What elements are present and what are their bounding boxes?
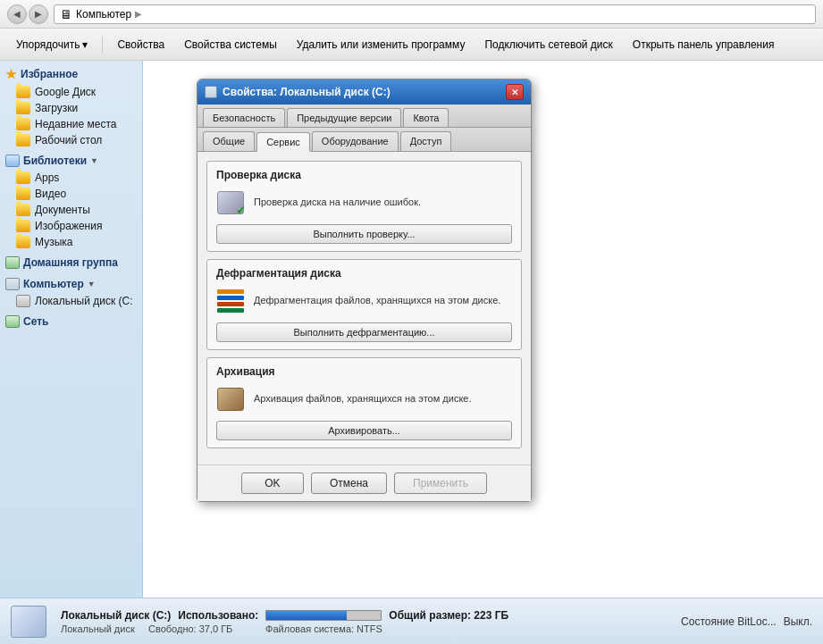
organize-button[interactable]: Упорядочить ▾ [7,35,97,54]
computer-header[interactable]: Компьютер ▼ [0,275,142,293]
homegroup-icon [5,256,20,269]
status-used-label: Использовано: [178,609,258,622]
status-total-label: Общий размер: 223 ГБ [389,609,508,622]
tab-general[interactable]: Общие [203,131,255,151]
sidebar: ★ Избранное Google Диск Загрузки Недавни… [0,61,143,598]
status-right: Состояние BitLoc... Выкл. [681,615,812,628]
uninstall-button[interactable]: Удалить или изменить программу [288,35,474,54]
status-drive-name: Локальный диск (C:) [61,609,171,622]
tab-service[interactable]: Сервис [256,132,310,152]
network-icon [5,315,20,328]
cancel-button[interactable]: Отмена [311,473,387,494]
archive-title: Архивация [216,365,512,378]
sidebar-item-desktop[interactable]: Рабочий стол [0,132,142,148]
check-disk-description: Проверка диска на наличие ошибок. [254,196,512,209]
chevron-down-icon: ▼ [88,280,96,289]
homegroup-header[interactable]: Домашняя группа [0,254,142,272]
defrag-description: Дефрагментация файлов, хранящихся на это… [254,294,512,307]
back-button[interactable]: ◀ [7,4,27,24]
star-icon: ★ [5,67,17,81]
defrag-icon [216,287,245,315]
tab-row-2: Общие Сервис Оборудование Доступ [197,128,531,152]
dialog-titlebar: Свойства: Локальный диск (C:) ✕ [197,79,531,105]
library-icon [5,155,20,167]
folder-icon [16,102,30,114]
tab-security[interactable]: Безопасность [203,108,285,127]
sidebar-item-recent[interactable]: Недавние места [0,116,142,132]
forward-button[interactable]: ▶ [29,4,48,24]
chevron-down-icon: ▼ [90,156,98,165]
folder-icon [16,188,30,200]
network-section: Сеть [0,313,142,330]
libraries-header[interactable]: Библиотеки ▼ [0,152,142,170]
folder-icon [16,204,30,216]
check-disk-section: Проверка диска ✓ Проверка диска на налич… [206,161,522,252]
archive-content: Архивация файлов, хранящихся на этом дис… [216,385,512,414]
system-properties-button[interactable]: Свойства системы [175,35,286,54]
main-area: ★ Избранное Google Диск Загрузки Недавни… [0,61,823,598]
sidebar-item-apps[interactable]: Apps [0,170,142,186]
sidebar-item-music[interactable]: Музыка [0,234,142,250]
sidebar-item-video[interactable]: Видео [0,186,142,202]
dialog-close-button[interactable]: ✕ [506,84,524,100]
toolbar-separator-1 [102,36,103,54]
tab-previous-versions[interactable]: Предыдущие версии [287,108,401,127]
breadcrumb-text: Компьютер [76,8,131,21]
run-defrag-button[interactable]: Выполнить дефрагментацию... [216,322,512,342]
address-bar: ◀ ▶ 🖥 Компьютер ▶ [0,0,823,29]
status-drive-label: Локальный диск [61,623,135,634]
dialog-title-icon [205,86,217,98]
archive-description: Архивация файлов, хранящихся на этом дис… [254,392,512,406]
check-disk-content: ✓ Проверка диска на наличие ошибок. [216,188,512,217]
folder-icon [16,134,30,146]
defrag-title: Дефрагментация диска [216,267,512,280]
properties-dialog: Свойства: Локальный диск (C:) ✕ Безопасн… [197,79,532,502]
status-filesystem-label: Файловая система: NTFS [265,623,382,634]
network-header[interactable]: Сеть [0,313,142,330]
breadcrumb-bar[interactable]: 🖥 Компьютер ▶ [54,4,816,24]
computer-icon [5,278,20,290]
run-check-button[interactable]: Выполнить проверку... [216,224,512,244]
status-info: Локальный диск (C:) Использовано: Общий … [61,609,508,634]
status-free-label: Свободно: 37,0 ГБ [148,623,232,634]
tab-access[interactable]: Доступ [400,131,452,151]
dialog-body: Проверка диска ✓ Проверка диска на налич… [197,152,531,464]
breadcrumb-arrow: ▶ [135,9,142,19]
status-line1: Локальный диск (C:) Использовано: Общий … [61,609,508,622]
drive-icon [16,295,30,307]
folder-icon [16,118,30,130]
sidebar-item-downloads[interactable]: Загрузки [0,100,142,116]
favorites-header[interactable]: ★ Избранное [0,64,142,84]
sidebar-item-documents[interactable]: Документы [0,202,142,218]
tab-hardware[interactable]: Оборудование [312,131,399,151]
status-bitlocker-label: Состояние BitLoc... [681,615,777,628]
toolbar: Упорядочить ▾ Свойства Свойства системы … [0,29,823,61]
run-archive-button[interactable]: Архивировать... [216,421,512,440]
computer-icon: 🖥 [60,7,72,21]
properties-button[interactable]: Свойства [108,35,173,54]
sidebar-item-images[interactable]: Изображения [0,218,142,234]
sidebar-item-google-drive[interactable]: Google Диск [0,84,142,100]
status-bar: Локальный диск (C:) Использовано: Общий … [0,598,823,644]
status-bitlocker-status: Выкл. [784,615,812,628]
content-area: Свойства: Локальный диск (C:) ✕ Безопасн… [143,61,823,598]
ok-button[interactable]: OK [241,473,304,494]
connect-drive-button[interactable]: Подключить сетевой диск [475,35,621,54]
status-progress-container [265,610,382,621]
tab-row-1: Безопасность Предыдущие версии Квота [197,105,531,128]
check-disk-title: Проверка диска [216,169,512,181]
sidebar-item-local-disk[interactable]: Локальный диск (C: [0,293,142,309]
apply-button[interactable]: Применить [394,473,487,494]
open-control-panel-button[interactable]: Открыть панель управления [624,35,784,54]
archive-section: Архивация Архивация файлов, хранящихся н… [206,357,522,448]
tab-quota[interactable]: Квота [403,108,449,127]
status-drive-icon [11,606,46,638]
libraries-section: Библиотеки ▼ Apps Видео Документы Изобра… [0,152,142,250]
disk-check-icon: ✓ [216,188,245,217]
folder-icon [16,86,30,98]
archive-icon [216,385,245,414]
status-line2: Локальный диск Свободно: 37,0 ГБ Файлова… [61,623,508,634]
homegroup-section: Домашняя группа [0,254,142,272]
dialog-footer: OK Отмена Применить [197,464,531,501]
folder-icon [16,171,30,184]
